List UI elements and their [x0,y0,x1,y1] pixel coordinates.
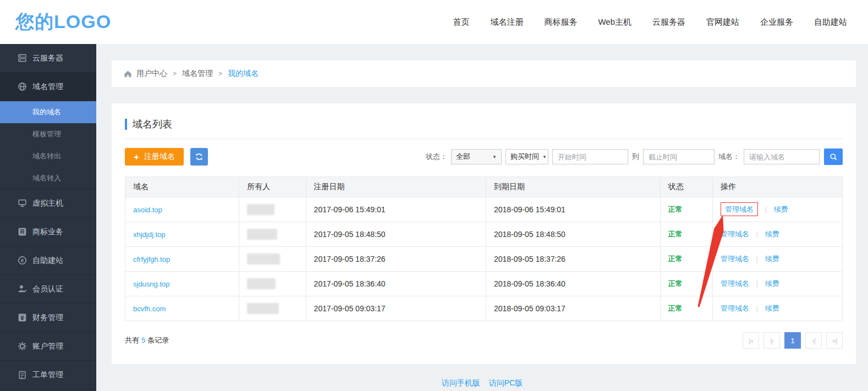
title-accent-bar [125,119,127,130]
expire-date: 2018-09-05 09:03:17 [486,296,660,321]
footer-mobile-link[interactable]: 访问手机版 [442,378,480,387]
top-nav-link[interactable]: 云服务器 [652,17,685,27]
top-nav-link[interactable]: 商标服务 [544,17,577,27]
search-icon [829,153,838,161]
sidebar-item-member-verification[interactable]: 会员认证 [0,275,96,304]
refresh-button[interactable] [190,148,208,166]
server-icon [18,53,27,63]
sidebar-item-finance[interactable]: ¥ 财务管理 [0,304,96,332]
action-separator: | [756,255,758,263]
sidebar-subitem-domain-transfer-out[interactable]: 域名转出 [0,145,96,167]
register-domain-button[interactable]: + 注册域名 [125,148,184,166]
card-title-row: 域名列表 [125,103,843,139]
manage-domain-link[interactable]: 管理域名 [721,202,758,216]
breadcrumb-current[interactable]: 我的域名 [228,69,259,79]
renew-link[interactable]: 续费 [765,304,779,312]
pagination-page-1[interactable]: 1 [784,332,801,349]
top-nav-link[interactable]: 首页 [453,17,469,27]
breadcrumb-user-center[interactable]: 用户中心 [136,69,167,79]
start-time-input[interactable] [552,149,628,164]
sidebar-subitem-label: 模板管理 [32,129,61,139]
register-date: 2017-09-05 09:03:17 [306,296,486,321]
table-row: cfrfyjfgh.top 2017-09-05 18:37:26 2018-0… [125,247,843,272]
renew-link[interactable]: 续费 [765,230,779,238]
renew-link[interactable]: 续费 [765,255,779,263]
renew-link[interactable]: 续费 [774,205,788,213]
register-date: 2017-09-05 18:48:50 [306,222,486,247]
manage-domain-link[interactable]: 管理域名 [721,304,749,312]
sidebar-subitem-domain-transfer-in[interactable]: 域名转入 [0,167,96,189]
domain-link[interactable]: xhjdjdj.top [133,230,166,239]
sidebar-subitem-label: 域名转出 [32,151,61,161]
domain-link[interactable]: sjdusng.top [133,280,170,288]
footer-pc-link[interactable]: 访问PC版 [489,378,523,387]
pagination-next-button[interactable]: ›| [805,332,822,349]
top-header: 您的LOGO 首页域名注册商标服务Web主机云服务器官网建站企业服务自助建站 [0,0,868,44]
finance-yuan-icon: ¥ [18,313,27,322]
plus-icon: + [134,152,139,162]
sidebar-item-label: 云服务器 [32,53,63,63]
sidebar-item-label: 域名管理 [32,82,63,92]
ticket-icon [18,370,27,379]
breadcrumb-domain-management[interactable]: 域名管理 [182,69,213,79]
action-separator: | [756,304,758,312]
register-date: 2017-09-06 15:49:01 [306,197,486,222]
sidebar: 云服务器 域名管理 我的域名 模板管理 域名转出 域名转入 虚拟主机 R 商标业… [0,44,96,391]
logo: 您的LOGO [15,9,111,35]
sidebar-item-trademark[interactable]: R 商标业务 [0,218,96,246]
action-separator: | [765,205,767,213]
pagination-prev-button[interactable]: |‹ [763,332,780,349]
renew-link[interactable]: 续费 [765,279,779,288]
sidebar-subitem-template-management[interactable]: 模板管理 [0,123,96,145]
domain-link[interactable]: cfrfyjfgh.top [133,255,170,263]
refresh-icon [195,152,204,161]
member-check-icon [18,284,27,294]
end-time-input[interactable] [643,149,715,164]
sidebar-item-self-build-site[interactable]: e 自助建站 [0,246,96,275]
sidebar-item-account[interactable]: 账户管理 [0,332,96,361]
domain-search-input[interactable] [744,149,820,164]
sidebar-item-work-order[interactable]: 工单管理 [0,361,96,389]
table-footer-row: 共有5条记录 |« |‹ 1 ›| »| [125,332,843,349]
redacted-owner [247,204,274,215]
sidebar-item-label: 会员认证 [32,284,63,294]
sidebar-subitem-my-domains[interactable]: 我的域名 [0,101,96,123]
table-row: asoid.top 2017-09-06 15:49:01 2018-09-06… [125,197,843,222]
trademark-icon: R [18,227,27,236]
pagination-last-button[interactable]: »| [826,332,843,349]
status-select[interactable]: 全部 ▼ [451,149,502,164]
sidebar-item-domain-management[interactable]: 域名管理 [0,73,96,101]
status-badge: 正常 [668,230,683,238]
top-nav-link[interactable]: 自助建站 [814,17,847,27]
column-header-operations: 操作 [712,177,842,197]
column-header-owner: 所有人 [239,177,306,197]
top-nav-link[interactable]: 域名注册 [490,17,523,27]
content-area: 用户中心 > 域名管理 > 我的域名 域名列表 + 注册域名 状态： 全部 [96,44,868,391]
redacted-owner [247,229,277,240]
register-date: 2017-09-05 18:37:26 [306,247,486,272]
manage-domain-link[interactable]: 管理域名 [721,230,749,238]
column-header-domain: 域名 [125,177,239,197]
sidebar-item-virtual-host[interactable]: 虚拟主机 [0,189,96,218]
domain-link[interactable]: bcvfh.com [133,305,166,313]
time-type-select[interactable]: 购买时间 ▼ [506,149,548,164]
status-badge: 正常 [668,255,683,263]
record-summary: 共有5条记录 [125,335,169,345]
pagination-first-button[interactable]: |« [743,332,759,349]
domain-link[interactable]: asoid.top [133,206,162,214]
breadcrumb-separator: > [173,70,177,78]
top-nav-link[interactable]: 企业服务 [760,17,793,27]
breadcrumb: 用户中心 > 域名管理 > 我的域名 [112,60,856,87]
top-nav-link[interactable]: Web主机 [598,17,631,27]
manage-domain-link[interactable]: 管理域名 [721,279,749,288]
manage-domain-link[interactable]: 管理域名 [721,255,749,263]
redacted-owner [247,278,276,289]
sidebar-item-cloud-server[interactable]: 云服务器 [0,44,96,73]
sidebar-item-label: 自助建站 [32,256,63,266]
search-button[interactable] [824,148,843,165]
breadcrumb-separator: > [218,70,222,78]
top-nav-link[interactable]: 官网建站 [706,17,739,27]
footer: 访问手机版 访问PC版 [96,378,868,388]
svg-text:e: e [21,257,24,263]
status-badge: 正常 [668,205,683,213]
